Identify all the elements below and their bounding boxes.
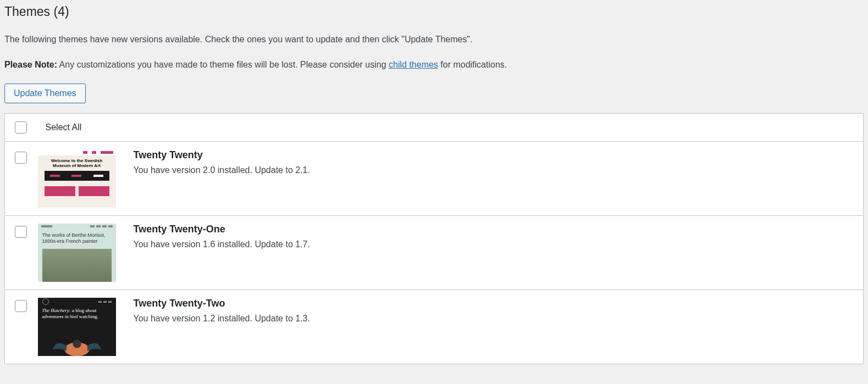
- theme-checkbox-twenty-twenty[interactable]: [15, 152, 27, 164]
- note-after-link: for modifications.: [438, 60, 507, 69]
- thumb-headline: The works of Berthe Morisot, 1800s-era F…: [38, 230, 116, 247]
- update-themes-button[interactable]: Update Themes: [4, 84, 86, 103]
- select-all-checkbox[interactable]: [15, 121, 27, 133]
- theme-row: The Hatchery: a blog about adventures in…: [5, 290, 864, 364]
- themes-table: Select All Welcome to the Swedish Museum…: [4, 113, 864, 364]
- note-text: Please Note: Any customizations you have…: [4, 58, 864, 72]
- theme-thumbnail-twenty-twenty: Welcome to the Swedish Museum of Modern …: [38, 149, 116, 208]
- theme-row: Welcome to the Swedish Museum of Modern …: [5, 142, 864, 216]
- note-before-link: Any customizations you have made to them…: [57, 60, 389, 69]
- intro-text: The following themes have new versions a…: [4, 32, 864, 47]
- theme-description: You have version 1.2 installed. Update t…: [134, 314, 854, 324]
- page-title: Themes (4): [4, 4, 864, 19]
- child-themes-link[interactable]: child themes: [389, 60, 438, 69]
- theme-description: You have version 2.0 installed. Update t…: [134, 165, 854, 175]
- note-label: Please Note:: [4, 60, 57, 69]
- theme-title: Twenty Twenty: [134, 149, 854, 161]
- theme-thumbnail-twenty-twenty-one: The works of Berthe Morisot, 1800s-era F…: [38, 224, 116, 282]
- theme-row: The works of Berthe Morisot, 1800s-era F…: [5, 216, 864, 290]
- table-header-row: Select All: [5, 114, 864, 142]
- thumb-headline: The Hatchery: a blog about adventures in…: [38, 305, 116, 322]
- theme-description: You have version 1.6 installed. Update t…: [134, 240, 854, 249]
- theme-checkbox-twenty-twenty-two[interactable]: [15, 300, 27, 312]
- thumb-headline: Welcome to the Swedish Museum of Modern …: [38, 156, 116, 171]
- theme-title: Twenty Twenty-Two: [134, 298, 854, 309]
- select-all-label[interactable]: Select All: [40, 123, 82, 132]
- svg-point-1: [73, 340, 81, 348]
- theme-thumbnail-twenty-twenty-two: The Hatchery: a blog about adventures in…: [38, 298, 116, 356]
- theme-checkbox-twenty-twenty-one[interactable]: [15, 226, 27, 238]
- theme-title: Twenty Twenty-One: [134, 224, 854, 235]
